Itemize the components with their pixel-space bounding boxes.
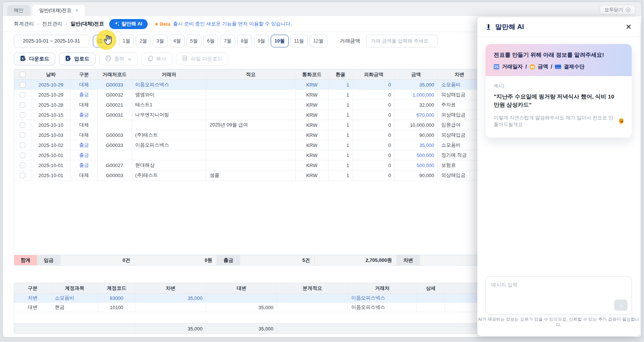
month-button-4월[interactable]: 4월 (170, 35, 185, 47)
cell-vendor-code: G00003 (98, 170, 132, 180)
date-range-input[interactable]: 2025-10-01 ~ 2025-10-31 (14, 35, 89, 47)
guide-item-label: 금액 (538, 63, 548, 70)
row-checkbox[interactable] (20, 153, 25, 158)
tab-main-label: 메인 (14, 7, 23, 14)
month-button-3월[interactable]: 3월 (153, 35, 167, 47)
month-button-10월[interactable]: 10월 (271, 35, 288, 47)
cell-rate: 1 (329, 120, 353, 130)
ai-guide-card-header: 전표를 만들기 위해 아래 정보를 알려주세요! 거래일자/₩금액/결제수단 (486, 44, 632, 76)
month-button-11월[interactable]: 11월 (290, 35, 308, 47)
row-checkbox[interactable] (20, 132, 25, 138)
cell-type: 대체 (71, 80, 98, 90)
journal-row[interactable]: 2025-10-02출금G00033이음오피스넥스KRW1035,000소모품비 (14, 140, 481, 150)
detail-header-구분: 구분 (14, 283, 51, 293)
ai-assistant-panel: 말만해 AI ✕ 전표를 만들기 위해 아래 정보를 알려주세요! 거래일자/₩… (477, 17, 640, 336)
cell-debit (135, 303, 206, 312)
detail-row[interactable]: 차변소모품비8300035,000이음오피스넥스 (14, 294, 481, 303)
totals-filler (277, 324, 481, 333)
row-checkbox[interactable] (20, 102, 25, 108)
journal-row[interactable]: 2025-10-28대체G00021테스트1KRW1032,000주차료 (14, 100, 481, 110)
cell-detail (417, 303, 445, 312)
month-button-2월[interactable]: 2월 (136, 35, 151, 47)
cell-memo (206, 140, 296, 150)
cell-fx-amount: 0 (353, 80, 395, 90)
cell-type: 대체 (71, 100, 98, 110)
journal-row[interactable]: 2025-10-01출금KRW10500,000정기예.적금 (14, 150, 481, 160)
journal-row[interactable]: 2025-10-01대체G00003(주)테스트샘플KRW1090,000외상매… (14, 170, 481, 181)
cell-date: 2025-10-02 (31, 140, 71, 150)
journal-header-날짜: 날짜 (31, 69, 71, 79)
tab-close-icon[interactable]: × (75, 7, 78, 13)
totals-debit: 35,000 (135, 324, 206, 333)
cell-type: 출금 (71, 160, 98, 170)
cell-vendor (132, 150, 207, 160)
업로드-button[interactable]: X업로드 (59, 53, 95, 65)
journal-row[interactable]: 2025-10-29출금G00032엠엠와이KRW101,000,000외상매입… (14, 90, 481, 100)
send-button[interactable]: → (614, 299, 628, 311)
month-button-7월[interactable]: 7월 (220, 35, 235, 47)
guide-separator: / (525, 64, 527, 70)
cell-rate: 1 (329, 140, 353, 150)
cell-memo (206, 150, 296, 160)
detail-header-계정과목: 계정과목 (51, 283, 98, 293)
transaction-amount-input[interactable] (366, 35, 438, 47)
month-button-12월[interactable]: 12월 (310, 35, 327, 47)
다운로드-button[interactable]: X다운로드 (14, 53, 55, 65)
row-checkbox[interactable] (20, 142, 25, 148)
month-button-8월[interactable]: 8월 (237, 35, 252, 47)
month-button-6월[interactable]: 6월 (203, 35, 218, 47)
cell-memo (206, 160, 296, 170)
ai-message-input[interactable] (486, 277, 631, 301)
row-checkbox[interactable] (20, 112, 25, 118)
cell-fx-amount: 0 (353, 120, 395, 130)
detail-header-계정코드: 계정코드 (98, 283, 135, 293)
journal-row[interactable]: 2025-10-03대체G00003(주)테스트KRW1090,000외상매입금 (14, 130, 481, 140)
tab-journal[interactable]: 일반(대체)전표 × (32, 5, 85, 16)
month-button-9월[interactable]: 9월 (254, 35, 269, 47)
journal-header-거래처코드: 거래처코드 (98, 69, 132, 79)
money-icon: ₩ (530, 64, 535, 70)
row-checkbox[interactable] (20, 163, 25, 168)
tab-journal-label: 일반(대체)전표 (39, 7, 72, 14)
row-checkbox[interactable] (20, 122, 25, 128)
detail-row[interactable]: 대변현금1010035,000이음오피스넥스 (14, 303, 481, 312)
close-all-button[interactable]: 모두닫기 (600, 5, 635, 15)
cell-memo (206, 130, 296, 140)
ai-assistant-button[interactable]: 말만해 AI (109, 19, 148, 29)
cell-credit: 35,000 (206, 303, 277, 312)
journal-row[interactable]: 2025-10-10대체2025년 09월 급여KRW1010,000,000임… (14, 120, 481, 130)
row-checkbox[interactable] (20, 92, 25, 98)
cell-vendor-code (98, 150, 132, 160)
row-checkbox[interactable] (20, 173, 25, 178)
journal-row[interactable]: 2025-10-29대체G00033이음오피스넥스KRW1035,000소모품비 (14, 80, 481, 90)
horizontal-scrollbar[interactable] (14, 337, 482, 338)
month-button-5월[interactable]: 5월 (186, 35, 201, 47)
breadcrumb-item-voucher-mgmt[interactable]: 전표관리 (42, 21, 62, 27)
scrollbar-thumb[interactable] (14, 337, 208, 338)
breadcrumb-item-accounting[interactable]: 회계관리 (14, 21, 34, 27)
tab-main[interactable]: 메인 (7, 5, 30, 16)
summary-debit-label: 차변 (397, 255, 420, 265)
cell-amount: 90,000 (395, 130, 438, 140)
summary-total-label: 합계 (14, 255, 37, 265)
cell-type: 출금 (71, 110, 98, 120)
cell-detail (417, 294, 445, 302)
circle-x-icon (626, 7, 631, 12)
journal-row[interactable]: 2025-10-01출금G00027현대해상KRW10500,000보험료 (14, 160, 481, 170)
detail-grid-body: 차변소모품비8300035,000이음오피스넥스대변현금1010035,000이… (14, 294, 481, 312)
cell-amount: 90,000 (395, 170, 438, 180)
select-all-checkbox[interactable] (20, 72, 25, 77)
ai-panel-close-button[interactable]: ✕ (625, 23, 632, 31)
ai-panel-header: 말만해 AI ✕ (477, 17, 640, 37)
svg-text:X: X (22, 57, 24, 60)
journal-row[interactable]: 2025-10-15출금G00031나무엔지니어링KRW10670,000외상매… (14, 110, 481, 120)
cell-vendor-code: G00021 (98, 100, 132, 110)
month-button-1월[interactable]: 1월 (119, 35, 134, 47)
cell-date: 2025-10-01 (31, 160, 71, 170)
cell-rate: 1 (329, 110, 353, 120)
journal-header-외화금액: 외화금액 (353, 69, 395, 79)
row-checkbox[interactable] (20, 82, 25, 88)
cell-memo: 2025년 09월 급여 (206, 120, 296, 130)
hand-cursor-icon (103, 34, 114, 46)
cell-vendor: 이음오피스넥스 (132, 140, 207, 150)
